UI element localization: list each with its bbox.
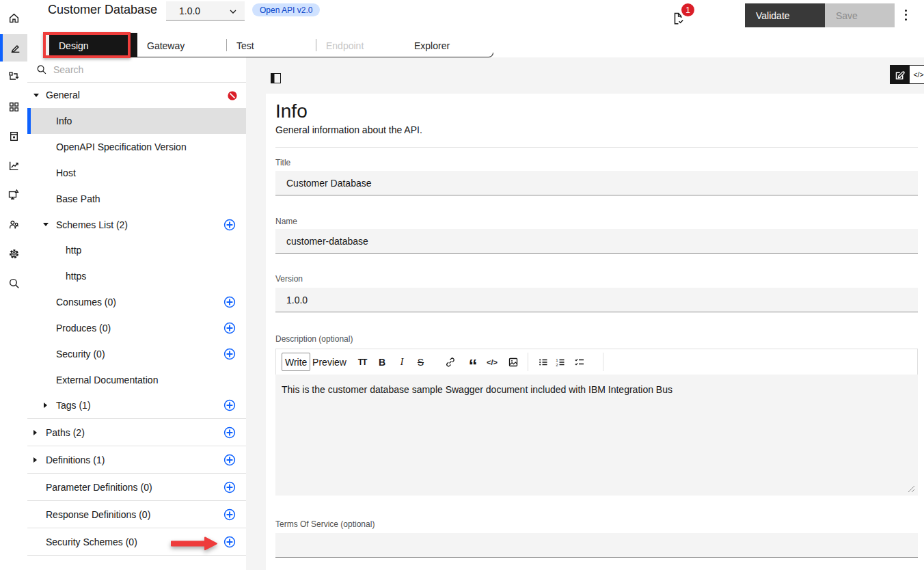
svg-text:1: 1 [556, 357, 558, 362]
svg-text:2: 2 [556, 362, 558, 366]
